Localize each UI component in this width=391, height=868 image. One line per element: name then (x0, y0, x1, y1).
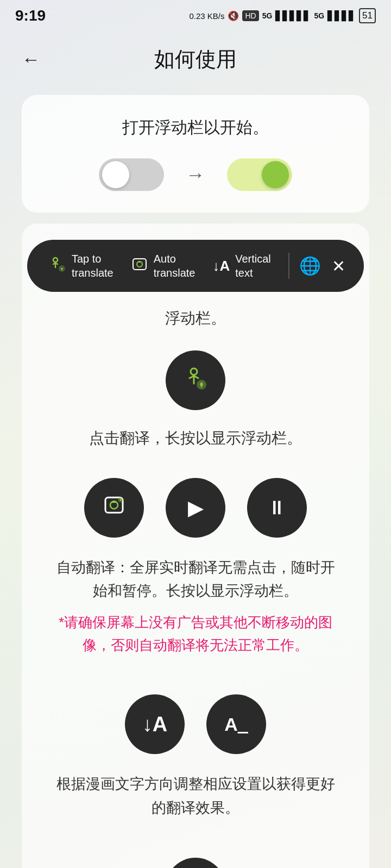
play-icon: ▶ (188, 496, 204, 520)
svg-rect-2 (133, 259, 146, 270)
tap-icon (49, 256, 66, 277)
globe-big-button[interactable]: 🌐 (166, 858, 225, 868)
floating-toolbar: Tap to translate Auto translate ↓A Verti… (27, 240, 364, 292)
vertical-description: 根据漫画文字方向调整相应设置以获得更好的翻译效果。 (54, 773, 337, 819)
globe-btn[interactable]: 🌐 (294, 251, 326, 280)
vertical-down-button[interactable]: ↓A (125, 694, 185, 754)
vertical-text-btn[interactable]: ↓A Vertical text (204, 247, 284, 284)
vertical-text-label: Vertical text (235, 252, 271, 280)
auto-translate-btn[interactable]: Auto translate (122, 247, 204, 284)
signal-bars-2: ▋▋▋▋ (327, 10, 356, 22)
horizontal-icon: A_ (224, 714, 248, 735)
5g-icon-1: 5G (262, 11, 273, 20)
tap-big-button[interactable] (166, 350, 225, 410)
close-btn[interactable]: ✕ (326, 252, 351, 280)
auto-description: 自动翻译：全屏实时翻译无需点击，随时开始和暂停。长按以显示浮动栏。 (54, 556, 337, 603)
toggle-demo-card: 打开浮动栏以开始。 → (22, 95, 369, 213)
svg-point-4 (191, 368, 197, 375)
status-icons: 0.23 KB/s 🔇 HD 5G ▋▋▋▋▋ 5G ▋▋▋▋ 51 (189, 8, 376, 23)
signal-bars-1: ▋▋▋▋▋ (275, 10, 311, 22)
card2-instruction: 点击翻译，长按以显示浮动栏。 (89, 426, 302, 451)
pause-icon: ⏸ (267, 496, 287, 519)
vertical-down-icon: ↓A (142, 713, 167, 736)
toggle-demo: → (99, 158, 292, 191)
hd-badge: HD (242, 10, 258, 21)
5g-icon-2: 5G (314, 11, 324, 20)
vertical-text-icon: ↓A (212, 258, 230, 275)
auto-mode-icon (101, 492, 127, 524)
toggle-off (99, 158, 164, 191)
card1-text: 打开浮动栏以开始。 (122, 117, 269, 139)
globe-section: 🌐 (166, 852, 225, 868)
toolbar-divider (288, 253, 289, 279)
network-speed: 0.23 KB/s (189, 11, 224, 21)
floating-bar-card: Tap to translate Auto translate ↓A Verti… (22, 224, 369, 868)
auto-buttons-row: ▶ ⏸ (84, 473, 307, 543)
pause-button[interactable]: ⏸ (247, 478, 307, 538)
tap-big-icon (182, 364, 209, 397)
vertical-buttons-row: ↓A A_ (125, 689, 266, 760)
card2-subtitle: 浮动栏。 (165, 308, 226, 329)
auto-translate-label: Auto translate (154, 252, 195, 280)
auto-mode-button[interactable] (84, 478, 144, 538)
warning-text: *请确保屏幕上没有广告或其他不断移动的图像，否则自动翻译将无法正常工作。 (54, 611, 337, 656)
mute-icon: 🔇 (228, 10, 239, 22)
back-button[interactable]: ← (22, 49, 40, 70)
toggle-knob-off (102, 161, 129, 188)
play-button[interactable]: ▶ (166, 478, 225, 538)
status-time: 9:19 (15, 7, 46, 24)
horizontal-button[interactable]: A_ (206, 694, 266, 754)
page-title: 如何使用 (154, 46, 237, 73)
arrow-icon: → (186, 163, 205, 186)
header: ← 如何使用 (0, 29, 391, 84)
status-bar: 9:19 0.23 KB/s 🔇 HD 5G ▋▋▋▋▋ 5G ▋▋▋▋ 51 (0, 0, 391, 29)
tap-to-translate-label: Tap to translate (72, 252, 113, 280)
auto-icon (131, 256, 148, 277)
tap-to-translate-btn[interactable]: Tap to translate (40, 247, 122, 284)
toggle-on (227, 158, 292, 191)
toggle-knob-on (262, 161, 289, 188)
battery-indicator: 51 (359, 8, 376, 23)
